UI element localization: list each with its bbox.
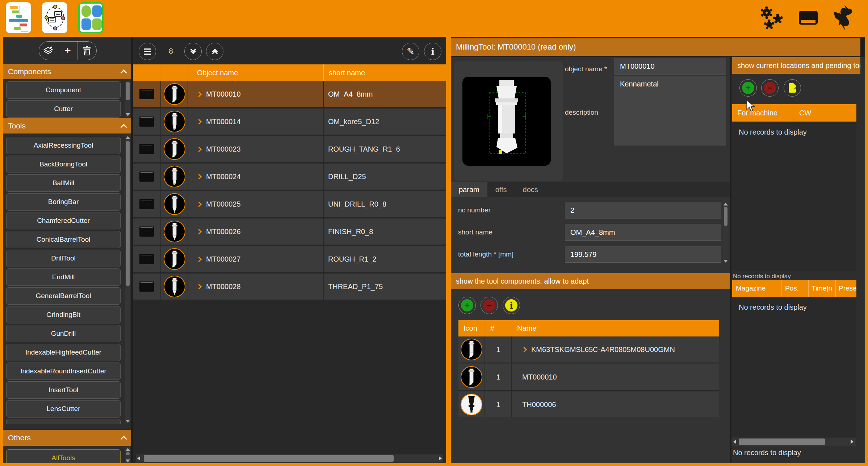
mail-cell[interactable] [133,109,161,135]
panel-divider[interactable] [446,37,451,463]
tool-row-MT000024[interactable]: MT000024DRILL_D25 [133,164,446,190]
object-name-cell[interactable]: MT000028 [188,274,324,300]
column-header-name[interactable]: Name [512,320,719,336]
expand-chevron-icon[interactable] [196,91,202,97]
tool-row-MT000023[interactable]: MT000023ROUGH_TANG_R1_6 [133,136,446,163]
description-input[interactable]: Kennametal [615,76,726,145]
tool-row-MT000025[interactable]: MT000025UNI_DRILL_R0_8 [133,191,446,218]
column-header-icon[interactable]: Icon [458,320,485,336]
locations-hscrollbar[interactable] [731,438,856,446]
tool-preview-image[interactable] [462,77,551,166]
sidebar-item-axialrecessingtool[interactable]: AxialRecessingTool [6,137,121,154]
column-header-for-machine[interactable]: For machine [732,104,794,122]
sidebar-item-component[interactable]: Component [6,81,121,99]
object-name-cell[interactable]: MT000014 [188,109,324,135]
object-name-cell[interactable]: MT000025 [188,191,324,217]
fields-scrollbar[interactable] [723,202,728,263]
object-name-cell[interactable]: MT000027 [188,246,324,272]
mail-cell[interactable] [133,136,161,162]
field-input-short-name[interactable]: OM_A4_8mm [565,224,721,241]
sidebar-item-lollipopcutter[interactable]: LollipopCutter [6,419,121,424]
component-add-button[interactable]: + [458,297,476,314]
expand-chevron-icon[interactable] [196,284,202,289]
sidebar-item-indexablehighfeedcutter[interactable]: IndexableHighfeedCutter [6,344,121,361]
duplicate-layers-button[interactable] [39,42,58,60]
section-header-components[interactable]: Components [3,64,131,79]
components-scrollbar[interactable] [125,81,130,117]
section-header-tools[interactable]: Tools [3,118,131,134]
sidebar-item-conicalbarreltool[interactable]: ConicalBarrelTool [6,231,121,248]
expand-chevron-icon[interactable] [196,229,202,234]
info-button[interactable]: i [424,43,441,60]
object-name-cell[interactable]: MT000024 [188,164,324,190]
component-row-MT000010[interactable]: 1MT000010 [458,364,719,391]
mail-cell[interactable] [133,191,161,217]
expand-chevron-icon[interactable] [196,201,202,207]
column-header[interactable] [161,64,188,81]
tool-list-hscrollbar[interactable] [136,454,443,462]
object-name-cell[interactable]: MT000026 [188,219,324,245]
object-name-input[interactable]: MT000010 [615,58,726,75]
collapse-all-button[interactable] [206,43,223,60]
column-header-time[interactable]: Time|n [809,280,836,297]
location-add-button[interactable]: + [739,79,757,97]
location-remove-button[interactable]: − [761,79,779,97]
sidebar-item-ballmill[interactable]: BallMill [6,174,121,192]
component-row-KM63TSKGMSL65C-A4R0805M08U00GMN[interactable]: 1KM63TSKGMSL65C-A4R0805M08U00GMN [458,336,719,363]
expand-chevron-icon[interactable] [196,174,202,179]
sidebar-item-chamferedcutter[interactable]: ChamferedCutter [6,212,121,229]
column-header-preset[interactable]: Prese [836,280,856,297]
tool-row-MT000010[interactable]: MT000010OM_A4_8mm [133,81,446,108]
location-document-button[interactable] [784,79,801,97]
column-header[interactable] [133,64,161,81]
sidebar-item-backboringtool[interactable]: BackBoringTool [6,156,121,173]
expand-chevron-icon[interactable] [196,146,202,152]
field-input-total-length-mm-[interactable]: 199.579 [565,246,721,263]
column-header-object-name[interactable]: Object name [188,64,324,81]
collaboration-app-icon[interactable] [42,2,67,33]
field-input-nc-number[interactable]: 2 [565,202,721,219]
sidebar-item-generalbarreltool[interactable]: GeneralBarrelTool [6,287,121,305]
card-icon[interactable] [799,11,818,25]
menu-button[interactable] [139,43,156,60]
delete-button[interactable] [77,42,96,60]
sidebar-item-drilltool[interactable]: DrillTool [6,250,121,267]
mail-cell[interactable] [133,274,161,300]
others-scrollbar[interactable] [125,447,130,463]
column-header-cw[interactable]: CW [794,104,856,122]
tool-row-MT000026[interactable]: MT000026FINISH_R0_8 [133,219,446,245]
hummingbird-icon[interactable] [830,5,853,30]
section-header-others[interactable]: Others [3,430,131,446]
tool-row-MT000028[interactable]: MT000028THREAD_P1_75 [133,274,446,300]
mail-cell[interactable] [133,246,161,272]
tools-scrollbar[interactable] [125,135,130,423]
tab-offs[interactable]: offs [487,182,515,197]
expand-all-button[interactable] [184,43,202,60]
tiles-app-icon[interactable] [78,2,104,33]
object-name-cell[interactable]: MT000010 [188,81,324,107]
sidebar-item-endmill[interactable]: EndMill [6,268,121,286]
tab-docs[interactable]: docs [515,182,546,197]
mail-cell[interactable] [133,164,161,190]
sidebar-item-lenscutter[interactable]: LensCutter [6,400,121,418]
component-name-cell[interactable]: MT000010 [512,364,719,390]
sidebar-item-inserttool[interactable]: InsertTool [6,381,121,399]
column-header-short-name[interactable]: short name [324,64,446,81]
add-button[interactable]: + [58,42,77,60]
settings-gears-icon[interactable] [760,7,786,30]
expand-chevron-icon[interactable] [196,256,202,262]
sidebar-item-cutter[interactable]: Cutter [6,100,121,118]
sidebar-item-boringbar[interactable]: BoringBar [6,193,121,211]
object-name-cell[interactable]: MT000023 [188,136,324,162]
column-header-number[interactable]: # [485,320,512,336]
sidebar-item-grindingbit[interactable]: GrindingBit [6,306,121,323]
column-header-magazine[interactable]: Magazine [732,280,781,297]
tool-row-MT000027[interactable]: MT000027ROUGH_R1_2 [133,246,446,273]
sidebar-item-indexableroundinsertcutter[interactable]: IndexableRoundInsertCutter [6,363,121,380]
expand-chevron-icon[interactable] [521,347,527,352]
component-row-TH000006[interactable]: 1TH000006 [458,391,719,418]
component-info-button[interactable]: i [503,297,520,314]
mail-cell[interactable] [133,219,161,245]
mail-cell[interactable] [133,81,161,107]
sidebar-item-alltools[interactable]: AllTools [6,449,121,463]
